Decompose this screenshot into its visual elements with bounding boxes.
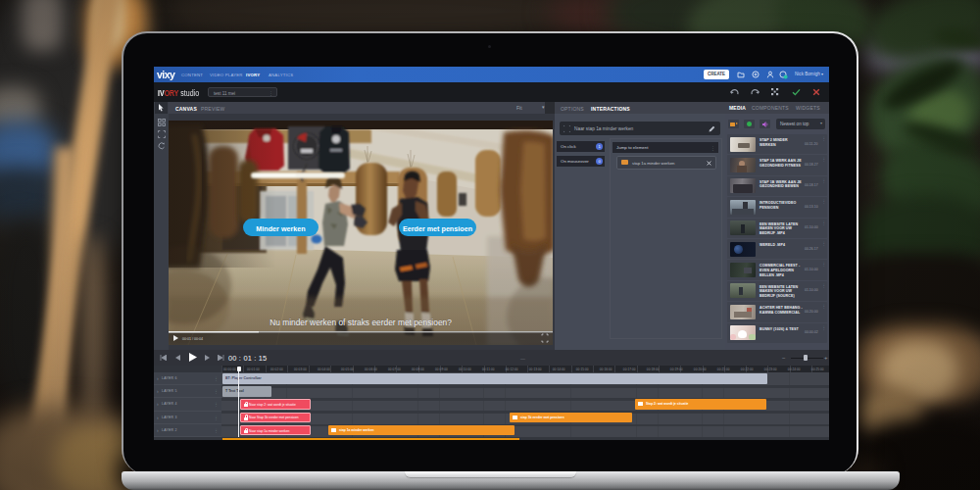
svg-text:Minder werken: Minder werken: [256, 224, 305, 233]
svg-text:00:01 / 00:04: 00:01 / 00:04: [182, 337, 203, 341]
svg-text:Nu minder werken of straks eer: Nu minder werken of straks eerder met pe…: [270, 318, 452, 327]
svg-text:Eerder met pensioen: Eerder met pensioen: [403, 224, 472, 233]
